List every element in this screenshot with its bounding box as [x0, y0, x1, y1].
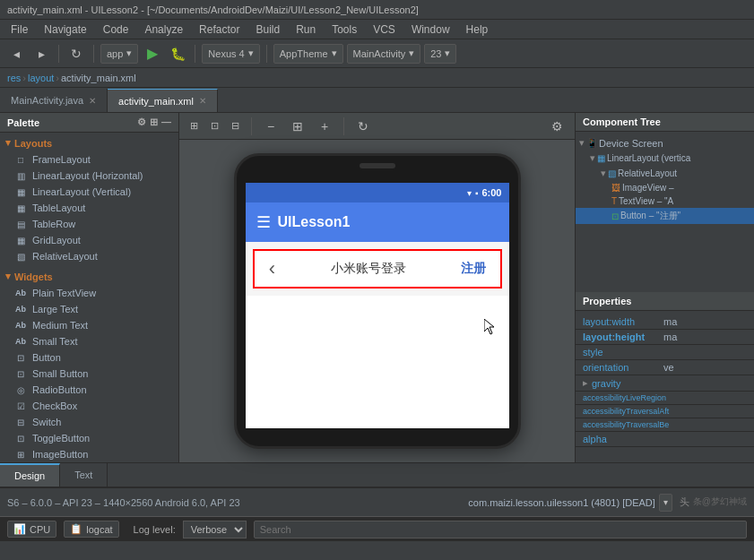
prop-alpha[interactable]: alpha [576, 432, 754, 447]
tab-text[interactable]: Text [60, 463, 108, 487]
menu-vcs[interactable]: VCS [366, 22, 403, 38]
device-selector[interactable]: Nexus 4 ▾ [202, 44, 259, 64]
plain-textview-icon: Ab [14, 287, 27, 299]
register-button[interactable]: 注册 [446, 249, 500, 289]
editor-tool-3[interactable]: ⊟ [228, 116, 243, 137]
app-selector[interactable]: app ▾ [100, 44, 138, 64]
tree-textview[interactable]: T TextView – "A [576, 194, 754, 208]
right-panels: Component Tree ▾ 📱 Device Screen ▾ ▦ Lin… [575, 113, 754, 462]
app-dropdown[interactable]: ▾ [659, 494, 672, 512]
tree-relativelayout[interactable]: ▾ ▧ RelativeLayout [576, 166, 754, 181]
logcat-button[interactable]: 📋 logcat [64, 521, 118, 538]
device-label: Nexus 4 [208, 48, 244, 59]
tree-imageview[interactable]: 🖼 ImageView – [576, 181, 754, 194]
tree-device-screen[interactable]: ▾ 📱 Device Screen [576, 135, 754, 151]
tab-mainactivity[interactable]: MainActivity.java ✕ [0, 89, 108, 112]
api-dropdown-icon: ▾ [445, 47, 450, 59]
palette-item-medium-text[interactable]: Ab Medium Text [0, 317, 178, 333]
phone-back-icon: ☰ [256, 212, 271, 232]
checkbox-label: CheckBox [32, 401, 77, 411]
cpu-label: CPU [30, 524, 50, 535]
tab-mainactivity-close[interactable]: ✕ [89, 96, 96, 106]
palette-item-tablerow[interactable]: ▤ TableRow [0, 216, 178, 232]
prop-gravity[interactable]: ▸ gravity [576, 375, 754, 392]
zoom-fit-button[interactable]: ⊞ [287, 116, 308, 137]
palette-item-relativelayout[interactable]: ▧ RelativeLayout [0, 248, 178, 264]
api-selector[interactable]: 23 ▾ [424, 44, 456, 64]
zoom-out-button[interactable]: − [260, 116, 282, 137]
palette-settings-icon[interactable]: ⚙ [137, 116, 146, 128]
settings-button[interactable]: ⚙ [546, 116, 568, 137]
palette-collapse-icon[interactable]: — [161, 116, 171, 128]
theme-selector[interactable]: AppTheme ▾ [273, 44, 343, 64]
palette-widgets-header[interactable]: ▾ Widgets [0, 268, 178, 285]
palette-item-checkbox[interactable]: ☑ CheckBox [0, 398, 178, 414]
prop-layout-height[interactable]: layout:height ma [576, 330, 754, 345]
palette-item-linearlayout-v[interactable]: ▦ LinearLayout (Vertical) [0, 184, 178, 200]
sync-button[interactable]: ↻ [65, 43, 87, 65]
breadcrumb-layout[interactable]: layout [28, 73, 54, 83]
breadcrumb-res[interactable]: res [7, 73, 21, 83]
editor-tool-2[interactable]: ⊡ [207, 116, 222, 137]
layouts-label: Layouts [14, 138, 52, 149]
prop-orientation-value: ve [663, 362, 747, 373]
logcat-search-input[interactable] [254, 521, 747, 538]
palette-item-large-text[interactable]: Ab Large Text [0, 301, 178, 317]
menu-file[interactable]: File [4, 22, 35, 38]
menu-analyze[interactable]: Analyze [137, 22, 190, 38]
prop-a11y-live[interactable]: accessibilityLiveRegion [576, 392, 754, 405]
menu-code[interactable]: Code [96, 22, 136, 38]
palette-item-radiobutton[interactable]: ◎ RadioButton [0, 382, 178, 398]
props-title: Properties [583, 296, 631, 306]
forward-button[interactable]: ▸ [30, 43, 52, 65]
zoom-in-button[interactable]: + [314, 116, 335, 137]
run-button[interactable]: ▶ [142, 43, 163, 65]
debug-button[interactable]: 🐛 [167, 43, 188, 65]
palette-item-small-text[interactable]: Ab Small Text [0, 333, 178, 349]
palette-item-framelayout[interactable]: □ FrameLayout [0, 151, 178, 168]
prop-layout-width-value: ma [663, 316, 747, 327]
textview-tree-icon: T [611, 196, 617, 206]
prop-a11y-bef[interactable]: accessibilityTraversalBe [576, 418, 754, 432]
menu-refactor[interactable]: Refactor [192, 22, 247, 38]
prop-a11y-aft[interactable]: accessibilityTraversalAft [576, 405, 754, 418]
palette-item-gridlayout[interactable]: ▦ GridLayout [0, 232, 178, 248]
menu-run[interactable]: Run [289, 22, 323, 38]
tree-button[interactable]: ⊡ Button – "注册" [576, 208, 754, 224]
editor-area: ⊞ ⊡ ⊟ − ⊞ + ↻ ⚙ ▾ ▪ [179, 113, 575, 462]
prop-layout-width-name: layout:width [583, 316, 663, 327]
toolbar-sep-4 [266, 45, 267, 63]
prop-style[interactable]: style [576, 345, 754, 360]
palette-item-togglebutton[interactable]: ⊡ ToggleButton [0, 430, 178, 446]
activity-selector[interactable]: MainActivity ▾ [347, 44, 421, 64]
menu-tools[interactable]: Tools [325, 22, 364, 38]
back-button[interactable]: ◂ [5, 43, 27, 65]
menu-bar: File Navigate Code Analyze Refactor Buil… [0, 20, 754, 39]
palette-item-small-button[interactable]: ⊡ Small Button [0, 366, 178, 382]
palette-search-icon[interactable]: ⊞ [150, 116, 158, 128]
prop-orientation-name: orientation [583, 362, 663, 373]
palette-item-tablelayout[interactable]: ▦ TableLayout [0, 200, 178, 216]
prop-layout-width[interactable]: layout:width ma [576, 314, 754, 330]
tree-linearlayout[interactable]: ▾ ▦ LinearLayout (vertica [576, 151, 754, 166]
battery-icon: ▪ [475, 188, 479, 198]
editor-tool-1[interactable]: ⊞ [186, 116, 202, 137]
palette-item-linearlayout-h[interactable]: ▥ LinearLayout (Horizontal) [0, 168, 178, 184]
refresh-button[interactable]: ↻ [352, 116, 374, 137]
log-level-select[interactable]: Verbose Debug Info Warn Error [183, 521, 247, 538]
palette-item-imagebutton[interactable]: ⊞ ImageButton [0, 446, 178, 462]
menu-build[interactable]: Build [248, 22, 287, 38]
menu-navigate[interactable]: Navigate [37, 22, 93, 38]
tab-activity-main-close[interactable]: ✕ [199, 96, 206, 106]
palette-item-plain-textview[interactable]: Ab Plain TextView [0, 285, 178, 301]
menu-window[interactable]: Window [404, 22, 457, 38]
large-text-label: Large Text [32, 304, 78, 314]
palette-item-button[interactable]: ⊡ Button [0, 349, 178, 366]
cpu-button[interactable]: 📊 CPU [7, 521, 56, 538]
menu-help[interactable]: Help [459, 22, 496, 38]
tab-design[interactable]: Design [0, 463, 60, 487]
prop-orientation[interactable]: orientation ve [576, 360, 754, 375]
palette-layouts-header[interactable]: ▾ Layouts [0, 134, 178, 151]
tab-activity-main-xml[interactable]: activity_main.xml ✕ [108, 89, 218, 112]
palette-item-switch[interactable]: ⊟ Switch [0, 414, 178, 430]
